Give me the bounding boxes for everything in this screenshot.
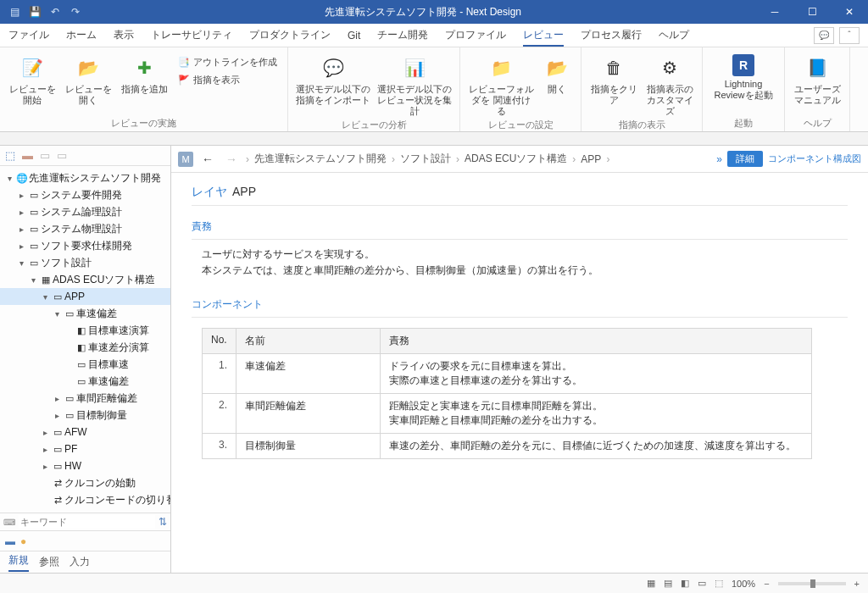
- tree-node[interactable]: ◧車速差分演算: [0, 339, 170, 356]
- tree-node[interactable]: ▸▭システム物理設計: [0, 220, 170, 237]
- filter-icon[interactable]: ⇅: [159, 516, 167, 528]
- crumb-3[interactable]: APP: [581, 153, 601, 165]
- tree-node[interactable]: ▸▭ソフト要求仕様開発: [0, 237, 170, 254]
- tree-node[interactable]: ▸▭システム論理設計: [0, 203, 170, 220]
- link-folder-button[interactable]: 📁レビューフォルダを 関連付ける: [467, 51, 535, 118]
- band-icon-2[interactable]: ●: [20, 535, 26, 547]
- tree-node[interactable]: ⇄クルコンモードの切り替え: [0, 491, 170, 508]
- tree-node[interactable]: ▾▦ADAS ECUソフト構造: [0, 271, 170, 288]
- expand-icon[interactable]: ▾: [3, 174, 15, 183]
- open-review-button[interactable]: 📂レビューを開く: [63, 51, 114, 106]
- tree-node[interactable]: ▭目標車速: [0, 356, 170, 373]
- expand-icon[interactable]: ▸: [15, 191, 27, 200]
- tab-reference[interactable]: 参照: [39, 555, 59, 569]
- create-outline-button[interactable]: 📑アウトラインを作成: [175, 54, 281, 70]
- menu-home[interactable]: ホーム: [66, 25, 97, 46]
- band-icon-1[interactable]: ▬: [5, 535, 15, 547]
- launch-lr-button[interactable]: RLightning Reviewを起動: [709, 51, 777, 101]
- aggregate-review-button[interactable]: 📊選択モデル以下の レビュー状況を集計: [376, 51, 453, 118]
- zoom-out-icon[interactable]: −: [764, 579, 769, 589]
- view-icon-4[interactable]: ▭: [698, 578, 706, 589]
- clear-issues-button[interactable]: 🗑指摘をクリア: [588, 51, 639, 106]
- table-row[interactable]: 3.目標制御量車速の差分、車間距離の差分を元に、目標値に近づくための加速度、減速…: [203, 434, 812, 459]
- close-button[interactable]: ✕: [831, 0, 868, 24]
- tab-new[interactable]: 新規: [8, 553, 29, 572]
- tree-node[interactable]: ▾▭ソフト設計: [0, 254, 170, 271]
- tree-node[interactable]: ⇄クルコンの始動: [0, 474, 170, 491]
- minimize-button[interactable]: ─: [756, 0, 793, 24]
- menu-file[interactable]: ファイル: [8, 25, 49, 46]
- import-issues-button[interactable]: 💬選択モデル以下の 指摘をインポート: [295, 51, 371, 106]
- zoom-slider[interactable]: [778, 582, 846, 585]
- view-icon-5[interactable]: ⬚: [715, 578, 723, 589]
- show-issues-button[interactable]: 🚩指摘を表示: [175, 72, 281, 88]
- view-icon-3[interactable]: ◧: [681, 578, 689, 589]
- tool-icon-2[interactable]: ▬: [22, 149, 33, 162]
- nav-back-icon[interactable]: ←: [198, 152, 217, 166]
- menu-productline[interactable]: プロダクトライン: [249, 25, 331, 46]
- crumb-0[interactable]: 先進運転システムソフト開発: [254, 152, 387, 166]
- menu-process[interactable]: プロセス履行: [581, 25, 642, 46]
- nav-fwd-icon[interactable]: →: [222, 152, 241, 166]
- zoom-in-icon[interactable]: +: [854, 579, 860, 589]
- model-tree[interactable]: ▾🌐先進運転システムソフト開発▸▭システム要件開発▸▭システム論理設計▸▭システ…: [0, 166, 170, 513]
- crumb-1[interactable]: ソフト設計: [400, 152, 451, 166]
- table-row[interactable]: 1.車速偏差ドライバの要求を元に目標車速を算出。実際の車速と目標車速の差分を算出…: [203, 354, 812, 394]
- more-icon[interactable]: »: [716, 153, 722, 165]
- expand-icon[interactable]: ▸: [39, 462, 51, 471]
- expand-icon[interactable]: ▸: [39, 445, 51, 454]
- tree-node[interactable]: ▸▭システム要件開発: [0, 186, 170, 203]
- expand-icon[interactable]: ▾: [51, 309, 63, 319]
- menu-profile[interactable]: プロファイル: [445, 25, 506, 46]
- chat-icon[interactable]: 💬: [814, 27, 834, 44]
- maximize-button[interactable]: ☐: [793, 0, 831, 24]
- menu-team[interactable]: チーム開発: [377, 25, 428, 46]
- save-icon[interactable]: 💾: [25, 3, 44, 21]
- redo-icon[interactable]: ↷: [66, 3, 85, 21]
- menu-view[interactable]: 表示: [114, 25, 134, 46]
- search-input[interactable]: [19, 515, 155, 529]
- tree-node[interactable]: ▸▭HW: [0, 457, 170, 474]
- collapse-ribbon-icon[interactable]: ˆ: [839, 27, 860, 44]
- expand-icon[interactable]: ▸: [15, 208, 27, 217]
- customize-issues-button[interactable]: ⚙指摘表示の カスタマイズ: [644, 51, 695, 118]
- tree-expand-icon[interactable]: ⬚: [5, 149, 15, 162]
- menu-help[interactable]: ヘルプ: [659, 25, 689, 46]
- open-folder-button[interactable]: 📂開く: [540, 51, 574, 95]
- expand-icon[interactable]: ▾: [15, 258, 27, 268]
- tree-node[interactable]: ▾▭APP: [0, 288, 170, 305]
- view-icon-1[interactable]: ▦: [647, 578, 655, 589]
- expand-icon[interactable]: ▸: [51, 411, 63, 420]
- expand-icon[interactable]: ▸: [39, 428, 51, 437]
- expand-icon[interactable]: ▾: [39, 292, 51, 302]
- tree-node[interactable]: ▸▭目標制御量: [0, 407, 170, 424]
- tree-node[interactable]: ▸▭車間距離偏差: [0, 390, 170, 407]
- expand-icon[interactable]: ▸: [15, 241, 27, 251]
- detail-button[interactable]: 詳細: [727, 151, 763, 167]
- expand-icon[interactable]: ▸: [15, 224, 27, 234]
- menu-git[interactable]: Git: [348, 26, 360, 45]
- tree-node[interactable]: ▭車速偏差: [0, 373, 170, 390]
- expand-icon[interactable]: ▾: [27, 275, 39, 285]
- tree-node[interactable]: ▸▭PF: [0, 441, 170, 457]
- tree-node[interactable]: ▸▭AFW: [0, 424, 170, 441]
- table-row[interactable]: 2.車間距離偏差距離設定と実車速を元に目標車間距離を算出。実車間距離と目標車間距…: [203, 394, 812, 434]
- menu-review[interactable]: レビュー: [523, 25, 564, 47]
- tool-icon-3[interactable]: ▭: [40, 149, 50, 162]
- start-review-button[interactable]: 📝レビューを開始: [7, 51, 58, 106]
- component-diagram-link[interactable]: コンポーネント構成図: [768, 152, 861, 165]
- document-view: レイヤAPP 責務 ユーザに対するサービスを実現する。 本システムでは、速度と車…: [171, 173, 868, 573]
- crumb-2[interactable]: ADAS ECUソフト構造: [465, 152, 567, 166]
- tool-icon-4[interactable]: ▭: [57, 149, 67, 162]
- tree-node[interactable]: ▾▭車速偏差: [0, 305, 170, 322]
- menu-traceability[interactable]: トレーサビリティ: [151, 25, 232, 46]
- view-icon-2[interactable]: ▤: [664, 578, 672, 589]
- tree-node[interactable]: ▾🌐先進運転システムソフト開発: [0, 169, 170, 186]
- app-icon[interactable]: ▤: [5, 3, 24, 21]
- tree-node[interactable]: ◧目標車速演算: [0, 322, 170, 339]
- manual-button[interactable]: 📘ユーザーズ マニュアル: [792, 51, 843, 106]
- undo-icon[interactable]: ↶: [46, 3, 64, 21]
- add-issue-button[interactable]: ✚指摘を追加: [119, 51, 170, 95]
- expand-icon[interactable]: ▸: [51, 394, 63, 403]
- tab-input[interactable]: 入力: [70, 555, 90, 569]
